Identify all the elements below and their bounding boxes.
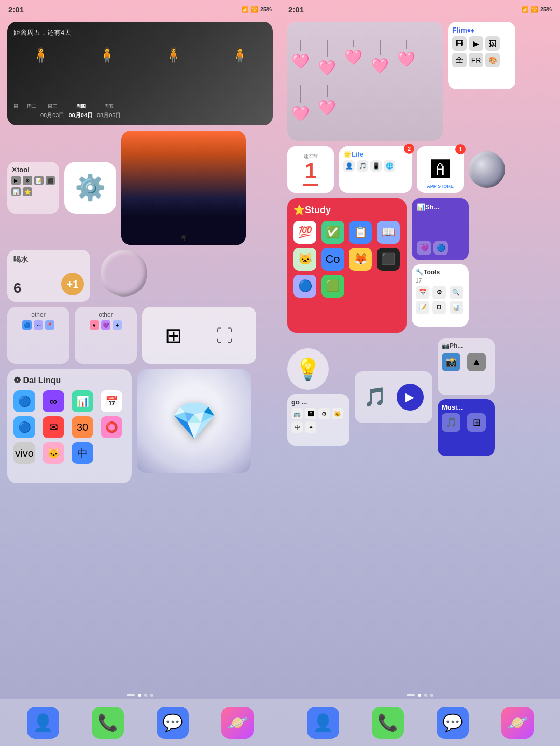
dlq-app-5[interactable]: 🔵 (13, 416, 35, 438)
calendar-widget[interactable]: 距离周五，还有4天 🧍 🧍 🧍 🧍 周一 周二 (7, 22, 273, 125)
flim-mini-6[interactable]: 🎨 (485, 53, 500, 67)
study-app-4[interactable]: 📖 (377, 221, 400, 244)
folder-icon-1b[interactable]: 〰 (34, 320, 43, 330)
dock-phone-right[interactable]: 📞 (372, 707, 404, 739)
flim-mini-4[interactable]: 全 (452, 53, 467, 67)
tool-icon-4[interactable]: ⬛ (46, 176, 55, 185)
dlq-app-2[interactable]: ∞ (43, 390, 64, 412)
study-app-10[interactable]: 🟩 (321, 275, 344, 298)
tool-icon-1[interactable]: ▶ (11, 176, 21, 185)
life-widget[interactable]: 🌟Life 👤 🎵 📱 🌐 2 (339, 146, 412, 193)
folder-icon-1a[interactable]: 🔵 (22, 320, 32, 330)
music-widget-folder[interactable]: Musi... 🎵 ⊞ (438, 399, 495, 456)
flim-mini-3[interactable]: 🖼 (485, 36, 500, 51)
ph-mini-1[interactable]: 📸 (442, 353, 460, 371)
tool-icon-3[interactable]: 📝 (34, 176, 44, 185)
study-app-3[interactable]: 📋 (349, 221, 372, 244)
life-mini-3[interactable]: 📱 (370, 160, 382, 172)
study-app-9[interactable]: 🔵 (293, 275, 316, 298)
music-mini-2[interactable]: ⊞ (467, 413, 486, 432)
tool-icon-5[interactable]: 📊 (11, 187, 21, 196)
sh-widget[interactable]: 📊Sh... 💜 🔵 (412, 198, 469, 260)
life-mini-1[interactable]: 👤 (343, 160, 355, 172)
dock-vivo-right[interactable]: 🪐 (501, 707, 534, 739)
tools-mini-1[interactable]: 📅 (416, 286, 429, 299)
dlq-app-1[interactable]: 🔵 (13, 390, 35, 412)
go-mini-4[interactable]: 🐱 (332, 408, 343, 419)
status-bar-left: 2:01 📶 🛜 25% (0, 0, 280, 19)
go-widget[interactable]: go ... 🚌 🅰 ⚙ 🐱 中 ✦ (287, 394, 349, 446)
dlq-app-4[interactable]: 📅 (101, 390, 122, 412)
life-mini-4[interactable]: 🌐 (384, 160, 395, 172)
qr-widget[interactable]: ⊞ ⛶ (142, 307, 256, 364)
go-mini-6[interactable]: ✦ (305, 421, 316, 433)
tools-mini-6[interactable]: 📊 (450, 301, 463, 314)
tools-mini-3[interactable]: 🔍 (450, 286, 463, 299)
study-folder[interactable]: ⭐Study 💯 ✅ 📋 📖 🐱 Co 🦊 ⬛ 🔵 🟩 (287, 198, 407, 333)
dlq-app-8[interactable]: ⭕ (101, 416, 122, 438)
calendar-header: 距离周五，还有4天 (13, 28, 267, 37)
dailinqu-widget[interactable]: ☸ Dai Linqu 🔵 ∞ 📊 📅 🔵 ✉ 30 ⭕ vivo 🐱 中 (7, 369, 132, 483)
ph-mini-2[interactable]: ▲ (467, 353, 486, 371)
flim-mini-5[interactable]: FR (469, 53, 483, 67)
music-mini-1[interactable]: 🎵 (442, 413, 460, 432)
flim-widget[interactable]: Flim♦♦ 🎞 ▶ 🖼 全 FR 🎨 (448, 22, 515, 89)
music-player-widget[interactable]: 🎵 ▶ (355, 371, 432, 423)
play-button[interactable]: ▶ (397, 384, 424, 411)
tools-mini-5[interactable]: 🗓 (432, 301, 446, 314)
flower-settings-icon[interactable]: ⚙️ (64, 162, 116, 214)
go-mini-1[interactable]: 🚌 (291, 408, 303, 419)
flim-mini-2[interactable]: ▶ (469, 36, 483, 51)
folder-icon-1c[interactable]: 📍 (45, 320, 54, 330)
dock-contacts-left[interactable]: 👤 (27, 707, 59, 739)
go-mini-2[interactable]: 🅰 (305, 408, 316, 419)
appstore-widget[interactable]: 🅰 APP STORE 1 (417, 146, 464, 193)
tools-mini-4[interactable]: 📝 (416, 301, 429, 314)
dlq-app-11[interactable]: 中 (72, 442, 93, 464)
sunset-photo[interactable]: 🌴 (121, 131, 246, 245)
study-app-7[interactable]: 🦊 (349, 248, 372, 271)
tool-icon-2[interactable]: ⚙ (23, 176, 32, 185)
folder-label-1: other (31, 311, 45, 318)
ph-widget[interactable]: 📷Ph... 📸 ▲ (438, 338, 495, 395)
dock-contacts-right[interactable]: 👤 (307, 707, 339, 739)
dock-messages-right[interactable]: 💬 (437, 707, 469, 739)
dock-messages-left[interactable]: 💬 (157, 707, 189, 739)
jewelry-photo[interactable]: 💎 (137, 369, 251, 473)
bulb-widget[interactable]: 💡 (287, 348, 329, 390)
date-widget[interactable]: 建军节 1 (287, 146, 334, 193)
hearts-widget[interactable]: 🩷 🩷 🩷 🩷 🩷 🩷 🩷 (287, 22, 443, 141)
dlq-app-9[interactable]: vivo (13, 442, 35, 464)
study-app-6[interactable]: Co (321, 248, 344, 271)
row-date-life: 建军节 1 🌟Life 👤 🎵 📱 🌐 2 🅰 APP STORE 1 (287, 146, 553, 193)
flim-mini-1[interactable]: 🎞 (452, 36, 467, 51)
study-app-1[interactable]: 💯 (293, 221, 316, 244)
sh-mini-1[interactable]: 💜 (417, 241, 431, 255)
anime-figure-2: 🧍 (97, 43, 116, 67)
dock-vivo-left[interactable]: 🪐 (221, 707, 254, 739)
study-app-8[interactable]: ⬛ (377, 248, 400, 271)
go-mini-5[interactable]: 中 (291, 421, 303, 433)
folder-icon-2a[interactable]: ♥ (90, 320, 99, 330)
folder-icon-2c[interactable]: ✦ (113, 320, 122, 330)
tool-widget[interactable]: ✕tool ▶ ⚙ 📝 ⬛ 📊 ⭐ (7, 162, 59, 214)
water-plus-button[interactable]: +1 (61, 273, 84, 295)
tool-icon-6[interactable]: ⭐ (23, 187, 32, 196)
folder-icon-2b[interactable]: 💜 (101, 320, 110, 330)
study-app-5[interactable]: 🐱 (293, 248, 316, 271)
dlq-app-6[interactable]: ✉ (43, 416, 64, 438)
study-app-2[interactable]: ✅ (321, 221, 344, 244)
dlq-app-7[interactable]: 30 (72, 416, 93, 438)
dlq-app-10[interactable]: 🐱 (43, 442, 64, 464)
sh-mini-2[interactable]: 🔵 (433, 241, 448, 255)
dock-phone-left[interactable]: 📞 (92, 707, 124, 739)
tools-widget-right[interactable]: 🔧Tools 17 📅 ⚙ 🔍 📝 🗓 📊 (412, 264, 469, 327)
tools-mini-2[interactable]: ⚙ (432, 286, 446, 299)
go-mini-3[interactable]: ⚙ (318, 408, 330, 419)
dlq-app-3[interactable]: 📊 (72, 390, 93, 412)
folder-other-2[interactable]: other ♥ 💜 ✦ (75, 307, 137, 364)
folder-other-1[interactable]: other 🔵 〰 📍 (7, 307, 69, 364)
sh-tools-col: 📊Sh... 💜 🔵 🔧Tools 17 📅 ⚙ 🔍 📝 🗓 (412, 198, 469, 327)
status-bar-right: 2:01 📶 🛜 25% (280, 0, 560, 19)
life-mini-2[interactable]: 🎵 (357, 160, 368, 172)
